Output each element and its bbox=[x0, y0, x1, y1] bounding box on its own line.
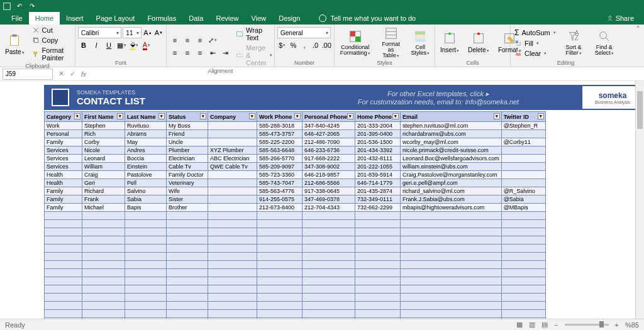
cell[interactable] bbox=[45, 253, 82, 261]
cell[interactable] bbox=[82, 294, 125, 302]
cell[interactable] bbox=[355, 212, 401, 220]
cell[interactable] bbox=[303, 228, 355, 236]
tab-home[interactable]: Home bbox=[29, 12, 60, 25]
cell[interactable] bbox=[208, 228, 257, 236]
cell[interactable]: william.einstein@ubs.com bbox=[401, 163, 502, 171]
cell[interactable]: Pastolove bbox=[125, 171, 167, 179]
cell[interactable] bbox=[125, 245, 167, 253]
column-header[interactable]: Status▾ bbox=[167, 112, 208, 122]
view-normal-icon[interactable]: ▦ bbox=[516, 321, 523, 329]
cell[interactable]: wcorby_may@ml.com bbox=[401, 138, 502, 146]
cell[interactable] bbox=[501, 294, 545, 302]
column-header[interactable]: Work Phone▾ bbox=[257, 112, 303, 122]
cell[interactable] bbox=[45, 212, 82, 220]
table-row[interactable]: ServicesWilliamEinsteinCable TvQWE Cable… bbox=[45, 163, 546, 171]
cell[interactable] bbox=[355, 228, 401, 236]
cell[interactable] bbox=[401, 310, 502, 318]
cell[interactable] bbox=[45, 228, 82, 236]
cell[interactable]: Ruvituso bbox=[125, 122, 167, 130]
cell[interactable]: 201-435-2874 bbox=[355, 187, 401, 195]
cell[interactable]: Pell bbox=[125, 179, 167, 187]
cell[interactable] bbox=[208, 212, 257, 220]
find-select-button[interactable]: Find & Select bbox=[590, 26, 618, 59]
cell[interactable] bbox=[355, 220, 401, 228]
table-row[interactable]: ServicesLeonardBocciaElectricianABC Elec… bbox=[45, 155, 546, 163]
cell[interactable] bbox=[125, 269, 167, 277]
cell[interactable]: Leonard bbox=[82, 155, 125, 163]
contact-table[interactable]: Category▾First Name▾Last Name▾Status▾Com… bbox=[44, 111, 546, 319]
filter-icon[interactable]: ▾ bbox=[249, 113, 255, 119]
cell[interactable] bbox=[355, 277, 401, 285]
banner-link[interactable]: For other Excel templates, click ▸ bbox=[387, 90, 489, 98]
cell[interactable] bbox=[208, 236, 257, 245]
cell[interactable] bbox=[82, 285, 125, 294]
table-row[interactable]: FamilyRichardSalvinoWife585-563-4776917-… bbox=[45, 187, 546, 195]
cell[interactable]: nicole.primack@credit-suisse.com bbox=[401, 146, 502, 155]
cell[interactable] bbox=[501, 155, 545, 163]
number-format-combo[interactable]: General bbox=[277, 27, 331, 38]
cell[interactable] bbox=[82, 310, 125, 318]
cell[interactable] bbox=[45, 285, 82, 294]
wrap-text-button[interactable]: Wrap Text bbox=[235, 26, 274, 42]
cell[interactable]: Services bbox=[45, 146, 82, 155]
filter-icon[interactable]: ▾ bbox=[347, 113, 353, 119]
cell[interactable]: 347-469-0378 bbox=[303, 195, 355, 204]
cell[interactable] bbox=[355, 294, 401, 302]
cell[interactable]: Cable Tv bbox=[167, 163, 208, 171]
cell[interactable]: richardabrams@ubs.com bbox=[401, 130, 502, 138]
column-header[interactable]: Category▾ bbox=[45, 112, 82, 122]
cell[interactable] bbox=[82, 261, 125, 269]
cell[interactable] bbox=[208, 269, 257, 277]
cell[interactable] bbox=[125, 253, 167, 261]
cell[interactable] bbox=[303, 302, 355, 310]
cell[interactable] bbox=[401, 245, 502, 253]
format-painter-button[interactable]: Format Painter bbox=[31, 46, 72, 62]
cell[interactable] bbox=[167, 220, 208, 228]
merge-center-button[interactable]: Merge & Center bbox=[235, 43, 274, 67]
cell[interactable]: stephen.ruvituso@ml.com bbox=[401, 122, 502, 130]
column-header[interactable]: First Name▾ bbox=[82, 112, 125, 122]
underline-button[interactable]: U bbox=[103, 40, 114, 51]
cell[interactable] bbox=[501, 285, 545, 294]
table-row[interactable]: FamilyMichaelBapisBrother212-673-8400212… bbox=[45, 204, 546, 212]
cell[interactable]: 201-432-8111 bbox=[355, 155, 401, 163]
cell[interactable]: Craig.Pastolove@morganstanley.com bbox=[401, 171, 502, 179]
tab-review[interactable]: Review bbox=[209, 12, 245, 25]
cell[interactable] bbox=[167, 285, 208, 294]
cell[interactable] bbox=[45, 269, 82, 277]
tab-file[interactable]: File bbox=[5, 12, 29, 25]
cell[interactable]: Family bbox=[45, 138, 82, 146]
cell[interactable] bbox=[501, 302, 545, 310]
indent-inc-icon[interactable]: ⇥ bbox=[219, 47, 231, 58]
undo-icon[interactable]: ↶ bbox=[15, 2, 24, 11]
cell[interactable] bbox=[501, 245, 545, 253]
cell[interactable]: geri.e.pell@ampf.com bbox=[401, 179, 502, 187]
filter-icon[interactable]: ▾ bbox=[494, 113, 500, 119]
align-top-icon[interactable]: ≡ bbox=[169, 35, 180, 46]
cell[interactable] bbox=[45, 236, 82, 245]
table-row[interactable] bbox=[45, 269, 546, 277]
cell[interactable] bbox=[167, 245, 208, 253]
cell[interactable] bbox=[355, 261, 401, 269]
grow-font-icon[interactable]: A▲ bbox=[143, 27, 152, 38]
font-name-combo[interactable]: Calibri bbox=[78, 27, 121, 38]
cell[interactable] bbox=[303, 310, 355, 318]
table-row[interactable]: FamilyCorbyMayUncle585-225-2200212-486-7… bbox=[45, 138, 546, 146]
cell[interactable]: 212-686-5566 bbox=[303, 179, 355, 187]
cell[interactable] bbox=[401, 302, 502, 310]
percent-icon[interactable]: % bbox=[289, 40, 299, 51]
cell[interactable]: Nicole bbox=[82, 146, 125, 155]
vertical-scrollbar[interactable] bbox=[635, 81, 644, 319]
filter-icon[interactable]: ▾ bbox=[117, 113, 123, 119]
cell[interactable]: richard_salvino@ml.com bbox=[401, 187, 502, 195]
cell[interactable]: 585-225-2200 bbox=[257, 138, 303, 146]
cell[interactable] bbox=[208, 179, 257, 187]
cell[interactable]: 347-840-4245 bbox=[303, 122, 355, 130]
cell[interactable] bbox=[125, 212, 167, 220]
cell[interactable] bbox=[501, 228, 545, 236]
tab-insert[interactable]: Insert bbox=[60, 12, 90, 25]
cell[interactable]: 914-255-0575 bbox=[257, 195, 303, 204]
fx-icon[interactable]: fx bbox=[78, 69, 89, 80]
cell[interactable]: 347-308-9002 bbox=[303, 163, 355, 171]
conditional-formatting-button[interactable]: Conditional Formatting bbox=[337, 26, 374, 59]
